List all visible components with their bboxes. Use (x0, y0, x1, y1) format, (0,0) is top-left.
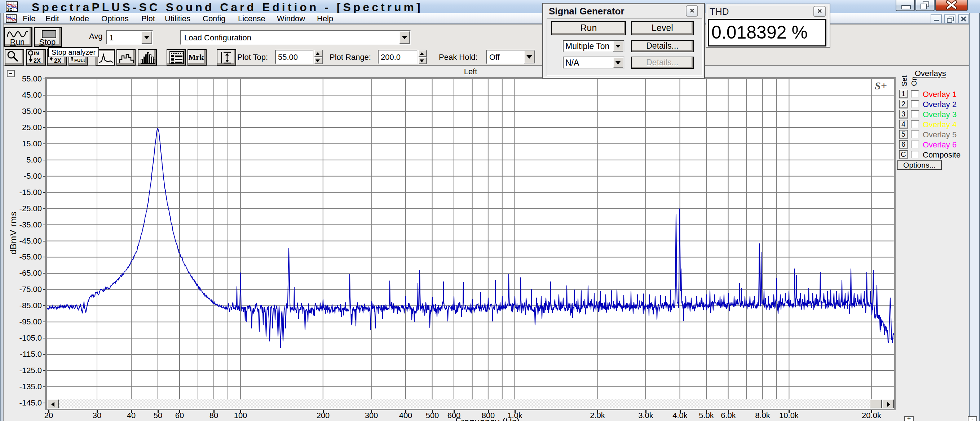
svg-text:2X: 2X (54, 58, 61, 64)
svg-text:SC: SC (7, 8, 12, 11)
svg-text:IN: IN (34, 51, 39, 56)
svg-text:FULL: FULL (74, 58, 85, 63)
svg-text:2X: 2X (33, 58, 41, 64)
